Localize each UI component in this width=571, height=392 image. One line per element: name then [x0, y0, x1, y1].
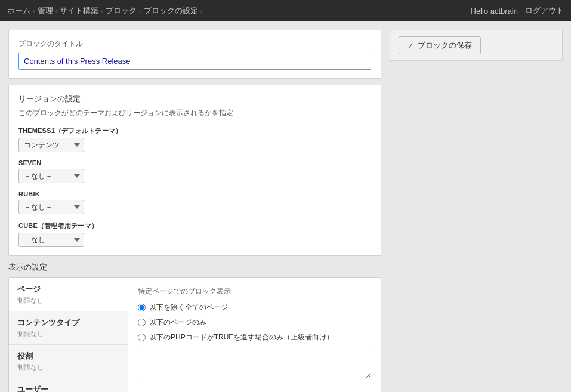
region-row-themess1: THEMESS1（デフォルトテーマ） コンテンツ －なし－ [18, 126, 371, 152]
region-row-seven: SEVEN －なし－ コンテンツ [18, 159, 371, 183]
display-tab-page-sub: 制限なし [17, 296, 119, 305]
topnav: ホーム › 管理 › サイト構築 › ブロック › ブロックの設定 › Hell… [0, 0, 571, 21]
sep4: › [139, 7, 141, 14]
breadcrumb-home[interactable]: ホーム [7, 5, 30, 16]
theme-select-cube[interactable]: －なし－ コンテンツ [18, 233, 84, 247]
logout-link[interactable]: ログアウト [525, 5, 564, 16]
region-row-cube: CUBE（管理者用テーマ） －なし－ コンテンツ [18, 221, 371, 247]
display-box-inner: ページ 制限なし コンテンツタイプ 制限なし 役割 制限なし ユーザー [9, 278, 381, 392]
display-content-title: 特定ページでのブロック表示 [138, 286, 371, 297]
left-panel: ブロックのタイトル リージョンの設定 このブロックがどのテーマおよびリージョンに… [8, 30, 381, 392]
display-tab-contenttype[interactable]: コンテンツタイプ 制限なし [9, 311, 128, 345]
display-tab-user[interactable]: ユーザー カスタマイズ不可 [9, 378, 128, 392]
sep1: › [33, 7, 35, 14]
theme-label-seven: SEVEN [18, 159, 371, 166]
display-tab-page-title: ページ [17, 284, 119, 295]
block-title-input[interactable] [18, 53, 371, 70]
display-tab-page[interactable]: ページ 制限なし [9, 278, 128, 311]
theme-label-cube: CUBE（管理者用テーマ） [18, 221, 371, 230]
display-settings-section: 表示の設定 ページ 制限なし コンテンツタイプ 制限なし [8, 262, 381, 392]
block-title-panel: ブロックのタイトル [8, 30, 381, 79]
display-tab-contenttype-sub: 制限なし [17, 329, 119, 338]
region-settings-panel: リージョンの設定 このブロックがどのテーマおよびリージョンに表示されるかを指定 … [8, 85, 381, 256]
php-code-textarea[interactable] [138, 350, 371, 379]
region-settings-desc: このブロックがどのテーマおよびリージョンに表示されるかを指定 [18, 108, 371, 118]
radio-php[interactable]: 以下のPHPコードがTRUEを返す場合のみ（上級者向け） [138, 332, 371, 342]
theme-label-rubik: RUBIK [18, 190, 371, 197]
display-tab-user-title: ユーザー [17, 384, 119, 392]
radio-only[interactable]: 以下のページのみ [138, 317, 371, 328]
breadcrumb-admin[interactable]: 管理 [38, 5, 53, 16]
theme-select-rubik[interactable]: －なし－ コンテンツ [18, 200, 84, 214]
breadcrumb: ホーム › 管理 › サイト構築 › ブロック › ブロックの設定 › [7, 5, 202, 16]
breadcrumb-block[interactable]: ブロック [106, 5, 137, 16]
save-panel: ✓ ブロックの保存 [390, 30, 563, 61]
block-title-label: ブロックのタイトル [18, 39, 371, 49]
sep2: › [55, 7, 58, 14]
region-row-rubik: RUBIK －なし－ コンテンツ [18, 190, 371, 214]
theme-select-themess1[interactable]: コンテンツ －なし－ [18, 138, 84, 152]
display-tab-role-sub: 制限なし [17, 363, 119, 372]
theme-select-seven[interactable]: －なし－ コンテンツ [18, 169, 84, 183]
sep5: › [200, 7, 203, 14]
radio-all-except[interactable]: 以下を除く全てのページ [138, 303, 371, 313]
region-settings-title: リージョンの設定 [18, 94, 371, 104]
display-tabs: ページ 制限なし コンテンツタイプ 制限なし 役割 制限なし ユーザー [9, 278, 128, 392]
radio-all-except-label: 以下を除く全てのページ [149, 303, 228, 313]
save-button-label: ブロックの保存 [418, 40, 472, 51]
sep3: › [101, 7, 103, 14]
user-greeting: Hello actbrain [471, 7, 518, 16]
display-tab-role[interactable]: 役割 制限なし [9, 345, 128, 378]
display-tab-contenttype-title: コンテンツタイプ [17, 317, 119, 328]
breadcrumb-blocksettings[interactable]: ブロックの設定 [144, 5, 198, 16]
radio-only-input[interactable] [138, 319, 146, 326]
checkmark-icon: ✓ [408, 41, 414, 50]
radio-php-input[interactable] [138, 334, 146, 341]
display-content: 特定ページでのブロック表示 以下を除く全てのページ 以下のページのみ 以下のPH… [128, 278, 381, 392]
main-content: ブロックのタイトル リージョンの設定 このブロックがどのテーマおよびリージョンに… [0, 21, 571, 392]
display-settings-title: 表示の設定 [8, 262, 381, 273]
radio-all-except-input[interactable] [138, 304, 146, 311]
radio-php-label: 以下のPHPコードがTRUEを返す場合のみ（上級者向け） [149, 332, 334, 342]
topnav-right: Hello actbrain ログアウト [471, 5, 564, 16]
breadcrumb-sitebuilding[interactable]: サイト構築 [60, 5, 98, 16]
right-panel: ✓ ブロックの保存 [390, 30, 563, 392]
radio-only-label: 以下のページのみ [149, 317, 206, 328]
theme-label-themess1: THEMESS1（デフォルトテーマ） [18, 126, 371, 135]
save-button[interactable]: ✓ ブロックの保存 [399, 36, 481, 54]
display-settings-box: ページ 制限なし コンテンツタイプ 制限なし 役割 制限なし ユーザー [8, 277, 381, 392]
display-tab-role-title: 役割 [17, 351, 119, 362]
